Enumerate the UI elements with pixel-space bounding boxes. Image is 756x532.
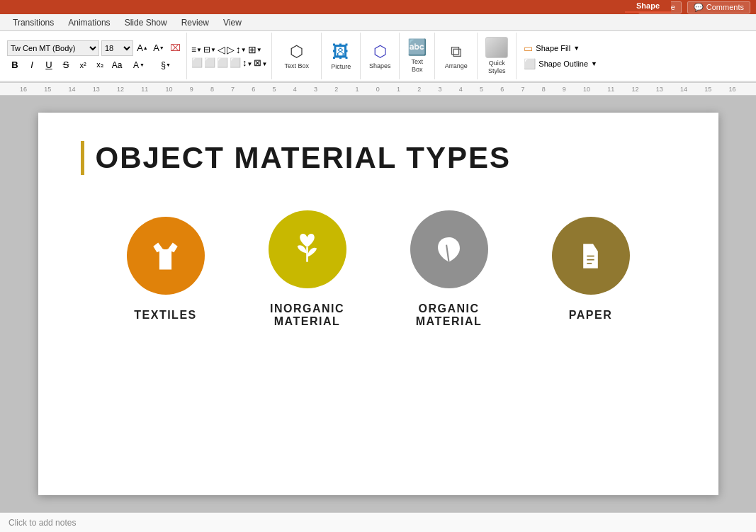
slide-title[interactable]: OBJECT MATERIAL TYPES [96,141,512,175]
document-icon [571,237,610,276]
leaf-icon [429,230,468,269]
tab-view[interactable]: View [216,16,249,30]
convert-smartart-btn[interactable]: ⬡ Text Box [285,43,310,70]
shape-fill-btn[interactable]: ▭ Shape Fill ▼ [521,41,600,55]
clear-format-btn[interactable]: ⌧ [168,41,182,55]
picture-btn[interactable]: 🖼 Picture [331,42,351,70]
shape-format-group: ▭ Shape Fill ▼ ⬜ Shape Outline ▼ [517,33,604,79]
quick-styles-group: QuickStyles [478,33,517,79]
columns-btn[interactable]: ⊞▼ [248,44,262,55]
increase-indent-btn[interactable]: ▷ [227,44,235,55]
shapes-group: ⬡ Shapes [361,33,400,79]
bold-btn[interactable]: B [7,58,23,72]
font-group: Tw Cen MT (Body) 18 A▲ A▼ ⌧ B I U S x² x… [3,33,187,79]
text-shadow-btn[interactable]: Aa [109,58,125,72]
picture-group: 🖼 Picture [322,33,361,79]
paragraph-group: ≡▼ ⊟▼ ◁ ▷ ↕▼ ⊞▼ ⬜ ⬜ ⬜ ⬜ ↕▼ ⊠▼ [187,33,272,79]
font-select[interactable]: Tw Cen MT (Body) [7,40,99,56]
arrange-btn[interactable]: ⧉ Arrange [445,43,468,69]
shape-tab-header: Shape [625,0,671,13]
textiles-item: TEXTILES [127,217,205,322]
decrease-indent-btn[interactable]: ◁ [218,44,225,55]
italic-btn[interactable]: I [24,58,40,72]
comments-label: Comments [706,3,744,11]
tab-transitions[interactable]: Transitions [6,16,61,30]
align-left-btn[interactable]: ⬜ [191,57,203,68]
underline-btn[interactable]: U [41,58,57,72]
bullets-btn[interactable]: ≡▼ [191,45,202,55]
align-right-btn[interactable]: ⬜ [217,57,228,68]
text-direction-btn[interactable]: ↕▼ [242,57,252,68]
quick-styles-btn[interactable]: QuickStyles [485,37,508,75]
notes-area[interactable]: Click to add notes [0,512,756,532]
shape-outline-btn[interactable]: ⬜ Shape Outline ▼ [521,57,600,71]
tab-animations[interactable]: Animations [61,16,117,30]
arrange-group: ⧉ Arrange [435,33,478,79]
subscript-btn[interactable]: x₂ [92,58,108,72]
organic-circle [410,210,488,288]
ruler: 1615141312111098765432101234567891011121… [0,83,756,96]
font-color-btn[interactable]: A▼ [126,58,152,72]
tshirt-icon [146,237,185,276]
title-accent-bar [81,141,84,175]
line-spacing-btn[interactable]: ↕▼ [236,44,247,55]
textbox-btn[interactable]: 🔤 TextBox [407,38,427,74]
superscript-btn[interactable]: x² [75,58,91,72]
textbox-group: 🔤 TextBox [400,33,435,79]
decrease-font-btn[interactable]: A▼ [152,41,166,55]
highlight-btn[interactable]: §▼ [153,58,179,72]
inorganic-label: INORGANIC MATERIAL [270,302,344,328]
smartart-btn[interactable]: ⊠▼ [254,57,267,68]
organic-label: ORGANIC MATERIAL [416,302,482,328]
comments-button[interactable]: 💬 Comments [687,1,750,13]
slide-title-area: OBJECT MATERIAL TYPES [81,141,676,175]
paper-item: PAPER [552,217,630,322]
organic-item: ORGANIC MATERIAL [410,210,488,328]
paper-circle [552,217,630,295]
tab-slideshow[interactable]: Slide Show [118,16,174,30]
increase-font-btn[interactable]: A▲ [135,41,149,55]
inorganic-circle [269,210,346,288]
align-center-btn[interactable]: ⬜ [204,57,215,68]
numbering-btn[interactable]: ⊟▼ [203,45,216,55]
paper-label: PAPER [569,309,612,322]
tab-review[interactable]: Review [174,16,216,30]
inorganic-item: INORGANIC MATERIAL [269,210,346,328]
smartart-group: ⬡ Text Box [272,33,322,79]
slide: OBJECT MATERIAL TYPES TEXTILES [38,113,718,495]
textiles-label: TEXTILES [134,309,196,322]
font-size-select[interactable]: 18 [101,40,133,56]
notes-placeholder: Click to add notes [9,518,76,528]
strikethrough-btn[interactable]: S [58,58,74,72]
align-justify-btn[interactable]: ⬜ [230,57,241,68]
comments-icon: 💬 [694,3,704,12]
textiles-circle [127,217,205,295]
sprout-icon [288,230,327,269]
shapes-btn[interactable]: ⬡ Shapes [369,43,391,69]
material-types-row: TEXTILES INORGANIC MATERIAL [81,210,676,328]
